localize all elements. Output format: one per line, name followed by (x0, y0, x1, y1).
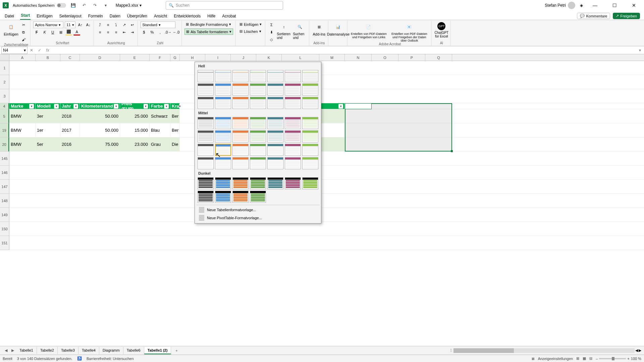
table-cell[interactable]: 2016 (60, 137, 80, 151)
ribbon-tab-datei[interactable]: Datei (4, 12, 15, 20)
sheet-tab[interactable]: Tabelle3 (58, 347, 78, 354)
table-style-swatch[interactable] (302, 117, 318, 129)
filter-dropdown-icon[interactable]: ▾ (54, 104, 59, 109)
ribbon-tab-hilfe[interactable]: Hilfe (207, 12, 216, 20)
clear-icon[interactable]: ◇ (268, 36, 275, 43)
undo-icon[interactable]: ↶ (81, 2, 88, 9)
table-style-swatch[interactable] (215, 130, 231, 142)
row-header-20[interactable]: 20 (0, 137, 9, 152)
table-style-swatch[interactable] (302, 157, 318, 169)
conditional-format-button[interactable]: ⊞ Bedingte Formatierung ▾ (184, 21, 233, 27)
filter-dropdown-icon[interactable]: ▾ (164, 104, 169, 109)
grow-font-icon[interactable]: A↑ (77, 21, 84, 28)
insert-cells-button[interactable]: ⊞ Einfügen ▾ (238, 21, 263, 27)
table-style-swatch[interactable] (267, 117, 283, 129)
find-select-button[interactable]: 🔍 Suchen und (293, 21, 307, 40)
table-style-swatch[interactable] (198, 177, 214, 189)
percent-icon[interactable]: % (149, 29, 155, 36)
table-style-swatch[interactable] (215, 117, 231, 129)
minimize-button[interactable]: — (588, 1, 602, 10)
bold-button[interactable]: F (33, 29, 40, 36)
number-format-select[interactable]: Standard▾ (141, 21, 175, 28)
table-cell[interactable]: 2017 (60, 123, 80, 137)
expand-formula-icon[interactable]: ▾ (636, 48, 644, 53)
chatgpt-button[interactable]: GPT ChatGPT for Excel (434, 21, 448, 38)
align-right-icon[interactable]: ≡ (113, 29, 119, 36)
table-style-swatch[interactable] (232, 177, 249, 189)
row-header-5[interactable]: 5 (0, 109, 9, 123)
zoom-slider[interactable] (599, 358, 626, 359)
normal-view-icon[interactable]: ⊞ (576, 356, 579, 361)
align-bottom-icon[interactable]: ⤵ (113, 21, 119, 28)
column-header-M[interactable]: M (319, 54, 345, 61)
table-style-swatch[interactable] (198, 157, 214, 169)
column-header-Q[interactable]: Q (425, 54, 452, 61)
shrink-font-icon[interactable]: A↓ (85, 21, 92, 28)
table-header-cell[interactable]: Modell▾ (36, 103, 60, 109)
table-style-swatch[interactable] (285, 97, 301, 109)
share-button[interactable]: ↗ Freigeben (613, 13, 640, 19)
table-header-cell[interactable]: Farbe▾ (150, 103, 170, 109)
table-cell[interactable]: 23.000 (120, 137, 150, 151)
align-center-icon[interactable]: ≡ (105, 29, 111, 36)
table-header-cell[interactable]: Kilometerstand▾ (80, 103, 120, 109)
column-header-D[interactable]: D (80, 54, 120, 61)
cut-icon[interactable]: ✂ (20, 21, 27, 28)
scroll-divider[interactable]: ⋮ (449, 348, 453, 353)
table-style-swatch[interactable] (232, 130, 249, 142)
new-pivottable-style-menuitem[interactable]: Neue PivotTable-Formatvorlage... (196, 214, 320, 222)
table-cell[interactable] (319, 123, 345, 137)
table-style-swatch[interactable] (215, 70, 231, 82)
table-style-swatch[interactable] (250, 97, 266, 109)
align-top-icon[interactable]: ⤴ (97, 21, 103, 28)
align-left-icon[interactable]: ≡ (97, 29, 103, 36)
addins-button[interactable]: ⊞ Add-Ins (312, 21, 326, 36)
align-middle-icon[interactable]: ≡ (105, 21, 111, 28)
row-header-3[interactable]: 3 (0, 89, 9, 103)
table-cell[interactable]: 75.000 (80, 137, 120, 151)
column-header-P[interactable]: P (398, 54, 425, 61)
row-header-2[interactable]: 2 (0, 75, 9, 89)
table-cell[interactable]: Grau (150, 137, 170, 151)
table-cell[interactable]: BMW (9, 137, 36, 151)
table-style-swatch[interactable] (267, 97, 283, 109)
table-style-swatch[interactable] (267, 130, 283, 142)
table-style-swatch[interactable] (302, 97, 318, 109)
paste-button[interactable]: 📋 Einfügen (4, 21, 18, 36)
table-style-swatch[interactable] (215, 157, 231, 169)
row-header-4[interactable]: 4 (0, 103, 9, 109)
fill-color-button[interactable]: ⬛ (65, 29, 72, 36)
table-cell[interactable]: Blau (150, 123, 170, 137)
table-cell[interactable]: Die (170, 137, 180, 151)
column-header-B[interactable]: B (36, 54, 60, 61)
table-header-cell[interactable]: Kra▾ (170, 103, 180, 109)
table-style-swatch[interactable] (267, 177, 283, 189)
column-header-L[interactable]: L (282, 54, 319, 61)
table-header-cell[interactable]: Jahr▾ (60, 103, 80, 109)
fx-icon[interactable]: fx (44, 48, 52, 53)
autosave-toggle[interactable] (57, 3, 66, 8)
filter-dropdown-icon[interactable]: ▾ (29, 104, 34, 109)
data-analysis-button[interactable]: 📊 Datenanalyse (331, 21, 345, 36)
row-header-145[interactable]: 145 (0, 152, 9, 166)
filename-dropdown[interactable]: Mappe3.xlsx ▾ (116, 3, 142, 8)
delete-cells-button[interactable]: ⊟ Löschen ▾ (238, 28, 263, 34)
table-style-swatch[interactable] (267, 70, 283, 82)
cancel-formula-icon[interactable]: ✕ (28, 48, 36, 53)
table-cell[interactable]: 2018 (60, 109, 80, 123)
horizontal-scrollbar[interactable] (453, 348, 635, 353)
table-style-swatch[interactable] (232, 70, 249, 82)
table-style-swatch[interactable] (232, 157, 249, 169)
sheet-tab[interactable]: Tabelle1 (16, 347, 37, 354)
column-header-A[interactable]: A (9, 54, 36, 61)
new-table-style-menuitem[interactable]: Neue Tabellenformatvorlage... (196, 206, 320, 214)
table-style-swatch[interactable] (302, 83, 318, 96)
add-sheet-button[interactable]: + (172, 349, 180, 353)
table-style-swatch[interactable] (250, 130, 266, 142)
table-header-cell[interactable]: Preis (EUR)▾ (120, 103, 150, 109)
table-style-swatch[interactable] (198, 130, 214, 142)
column-header-O[interactable]: O (372, 54, 398, 61)
column-header-C[interactable]: C (60, 54, 80, 61)
table-cell[interactable]: 1er (36, 123, 60, 137)
display-settings[interactable]: Anzeigeeinstellungen (538, 357, 573, 361)
